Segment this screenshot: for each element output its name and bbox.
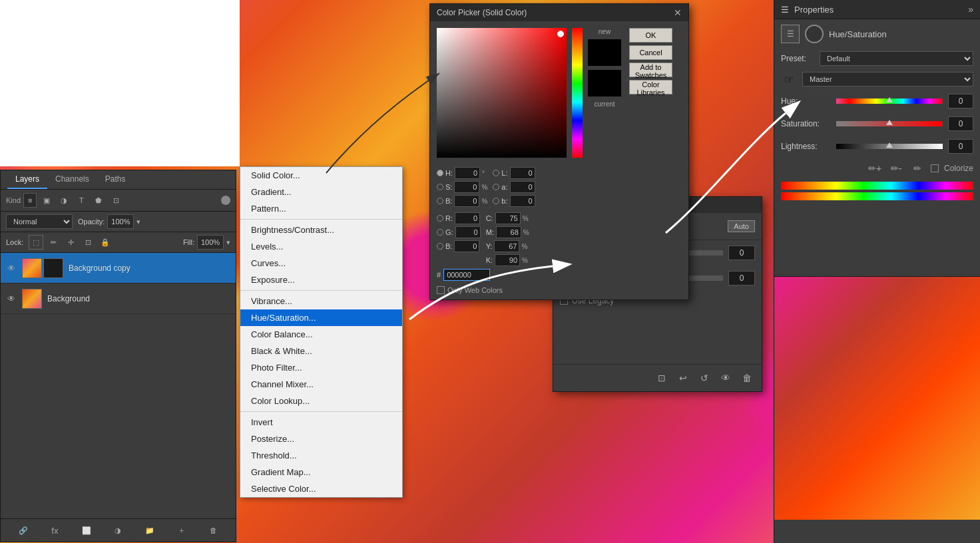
add-style-btn[interactable]: fx [47, 523, 62, 538]
hex-input[interactable] [443, 269, 490, 281]
opacity-arrow[interactable]: ▾ [136, 218, 140, 226]
new-adjustment-btn[interactable]: ◑ [111, 523, 125, 538]
y-input[interactable] [494, 240, 519, 252]
filter-toggle-btn[interactable] [221, 196, 230, 205]
reset-btn[interactable]: ↺ [696, 370, 712, 386]
b3-input[interactable] [454, 240, 479, 252]
previous-state-btn[interactable]: ↩ [675, 370, 691, 386]
lightness-value[interactable]: 0 [948, 139, 973, 154]
radio-a-lab[interactable] [493, 184, 499, 190]
r-input[interactable] [455, 212, 480, 224]
filter-shape-btn[interactable]: ⬟ [91, 193, 106, 208]
menu-threshold[interactable]: Threshold... [240, 447, 402, 464]
menu-pattern[interactable]: Pattern... [240, 200, 402, 217]
cancel-button[interactable]: Cancel [629, 45, 672, 60]
visibility-eye-background[interactable]: 👁 [6, 293, 17, 304]
filter-pixel-btn[interactable]: ▣ [39, 193, 54, 208]
radio-b2[interactable] [437, 243, 443, 250]
hue-slider-track[interactable] [836, 98, 943, 104]
menu-channel-mixer[interactable]: Channel Mixer... [240, 376, 402, 393]
menu-gradient[interactable]: Gradient... [240, 184, 402, 200]
color-spectrum-slider[interactable] [572, 28, 583, 158]
radio-l[interactable] [493, 170, 499, 176]
lock-image-btn[interactable]: ✏ [46, 235, 61, 250]
menu-gradient-map[interactable]: Gradient Map... [240, 464, 402, 480]
menu-photo-filter[interactable]: Photo Filter... [240, 359, 402, 376]
h-input[interactable] [455, 167, 480, 179]
g-input[interactable] [455, 226, 481, 238]
menu-brightness-contrast[interactable]: Brightness/Contrast... [240, 222, 402, 238]
add-to-swatches-button[interactable]: Add to Swatches [629, 63, 672, 77]
expand-panel-btn[interactable]: » [968, 4, 973, 15]
b2-input[interactable] [510, 195, 535, 207]
color-libraries-button[interactable]: Color Libraries [629, 80, 672, 94]
subtract-color-btn[interactable]: ✏- [888, 160, 904, 176]
radio-s[interactable] [437, 184, 443, 190]
k-input[interactable] [495, 254, 520, 266]
radio-h[interactable] [437, 170, 443, 176]
sample-color-btn[interactable]: ✏ [909, 160, 925, 176]
radio-r[interactable] [437, 215, 443, 222]
filter-type-btn[interactable]: T [74, 193, 89, 208]
color-gradient-picker[interactable] [437, 28, 567, 158]
menu-selective-color[interactable]: Selective Color... [240, 480, 402, 497]
delete-layer-btn[interactable]: 🗑 [206, 523, 220, 538]
hue-value[interactable]: 0 [948, 94, 973, 108]
layer-item-background-copy[interactable]: 👁 Background copy [1, 253, 236, 283]
filter-adjust-btn[interactable]: ◑ [57, 193, 71, 208]
lock-all-btn[interactable]: 🔒 [98, 235, 113, 250]
hand-tool-icon[interactable]: ☞ [781, 71, 797, 87]
blend-mode-dropdown[interactable]: Normal [6, 214, 73, 229]
lock-position-btn[interactable]: ✛ [63, 235, 78, 250]
radio-b[interactable] [437, 198, 443, 204]
menu-solid-color[interactable]: Solid Color... [240, 167, 402, 184]
web-colors-checkbox[interactable] [437, 286, 445, 294]
color-picker-close-btn[interactable]: ✕ [674, 7, 682, 18]
lightness-slider-track[interactable] [836, 144, 943, 149]
layer-item-background[interactable]: 👁 Background [1, 283, 236, 314]
menu-hue-saturation[interactable]: Hue/Saturation... [240, 309, 402, 326]
tab-channels[interactable]: Channels [47, 170, 97, 189]
radio-g[interactable] [437, 229, 443, 236]
saturation-value[interactable]: 0 [948, 116, 973, 131]
menu-black-white[interactable]: Black & White... [240, 343, 402, 359]
preset-dropdown[interactable]: Default [820, 51, 973, 66]
s-input[interactable] [454, 181, 479, 193]
opacity-input[interactable] [107, 214, 134, 229]
saturation-slider-track[interactable] [836, 121, 943, 126]
m-input[interactable] [496, 226, 521, 238]
auto-button[interactable]: Auto [728, 220, 755, 232]
c-input[interactable] [495, 212, 521, 224]
b-input[interactable] [454, 195, 479, 207]
menu-vibrance[interactable]: Vibrance... [240, 293, 402, 309]
visibility-eye-background-copy[interactable]: 👁 [6, 263, 17, 273]
tab-paths[interactable]: Paths [97, 170, 134, 189]
add-mask-btn[interactable]: ⬜ [79, 523, 94, 538]
add-color-btn[interactable]: ✏+ [867, 160, 883, 176]
menu-color-balance[interactable]: Color Balance... [240, 326, 402, 343]
menu-invert[interactable]: Invert [240, 414, 402, 431]
new-group-btn[interactable]: 📁 [142, 523, 157, 538]
menu-color-lookup[interactable]: Color Lookup... [240, 393, 402, 409]
brightness-value[interactable]: 0 [728, 246, 755, 260]
menu-levels[interactable]: Levels... [240, 238, 402, 255]
fill-input[interactable] [197, 235, 224, 250]
new-layer-btn[interactable]: + [174, 523, 189, 538]
clip-to-layer-btn[interactable]: ⊡ [654, 370, 670, 386]
lock-artboard-btn[interactable]: ⊡ [81, 235, 95, 250]
visibility-toggle-btn[interactable]: 👁 [718, 370, 734, 386]
radio-b-lab[interactable] [493, 198, 499, 204]
filter-smart-btn[interactable]: ⊡ [109, 193, 123, 208]
contrast-value[interactable]: 0 [728, 271, 755, 285]
a-input[interactable] [510, 181, 535, 193]
menu-exposure[interactable]: Exposure... [240, 272, 402, 288]
link-layers-btn[interactable]: 🔗 [16, 523, 31, 538]
channel-dropdown[interactable]: Master [802, 72, 973, 87]
tab-layers[interactable]: Layers [7, 170, 47, 189]
fill-arrow[interactable]: ▾ [226, 238, 230, 247]
menu-curves[interactable]: Curves... [240, 255, 402, 272]
l-input[interactable] [510, 167, 535, 179]
colorize-checkbox[interactable] [931, 164, 939, 172]
ok-button[interactable]: OK [629, 28, 672, 43]
menu-posterize[interactable]: Posterize... [240, 431, 402, 447]
